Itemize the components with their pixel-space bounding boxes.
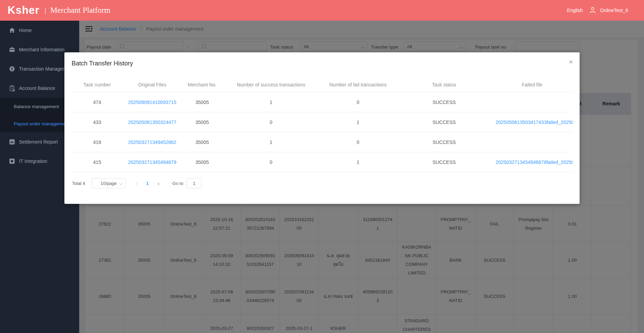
sidebar-item-label: Home (19, 28, 32, 33)
prev-page-button[interactable]: ‹ (135, 180, 137, 186)
page-size-select[interactable]: 10/page (91, 178, 126, 188)
merchant-no: 35005 (181, 112, 223, 132)
batch-transfer-table: Task numberOriginal FilesMerchant No.Num… (71, 77, 573, 172)
fail-count: 1 (319, 112, 397, 132)
person-icon (589, 6, 596, 15)
batch-table-header-cell: Task status (397, 77, 491, 92)
task-status: SUCCESS (397, 112, 491, 132)
goto-label: Go to (173, 181, 184, 186)
original-file-link[interactable]: 202503271349452862 (123, 132, 181, 152)
batch-table-row: 4162025032713494528623500510SUCCESS (71, 132, 573, 152)
sidebar-item-label: Account Balance (19, 85, 55, 91)
batch-table-header-cell: Number of fail transactions (319, 77, 397, 92)
original-file-link[interactable]: 202505061350324477 (123, 112, 181, 132)
batch-table-header-cell: Number of success transactions (223, 77, 319, 92)
batch-table-header-cell: Merchant No. (181, 77, 223, 92)
fail-count: 0 (319, 132, 397, 152)
pagination: Total 4 10/page ‹ 1 › Go to 1 (72, 177, 202, 189)
pagination-total: Total 4 (72, 181, 85, 186)
product-name: Merchant Platform (50, 6, 110, 15)
batch-table-header-cell: Original Files (123, 77, 181, 92)
batch-table-header-cell: Failed file (491, 77, 573, 92)
language-switcher[interactable]: English (567, 8, 583, 13)
report-icon (9, 139, 15, 145)
success-count: 1 (223, 132, 319, 152)
batch-table-row: 4742025090914100937153500510SUCCESS (71, 92, 573, 112)
fail-count: 0 (319, 92, 397, 112)
merchant-no: 35005 (181, 152, 223, 172)
dialog-title: Batch Transfer History (72, 60, 133, 67)
top-header: Ksher | Merchant Platform English Online… (0, 0, 644, 21)
svg-text:¥: ¥ (11, 86, 13, 90)
task-number: 474 (71, 92, 123, 112)
task-status: SUCCESS (397, 92, 491, 112)
page-size-value: 10/page (101, 181, 117, 186)
user-menu[interactable]: OnlineTest_6 (589, 6, 628, 15)
success-count: 0 (223, 152, 319, 172)
merchant-no: 35005 (181, 92, 223, 112)
chevron-down-icon (119, 181, 123, 186)
sidebar-item-label: IT Integration (19, 158, 47, 164)
task-number: 416 (71, 132, 123, 152)
success-count: 1 (223, 92, 319, 112)
batch-table-header-row: Task numberOriginal FilesMerchant No.Num… (71, 77, 573, 92)
integration-icon (9, 158, 15, 165)
task-status: SUCCESS (397, 152, 491, 172)
next-page-button[interactable]: › (158, 180, 159, 186)
goto-page-input[interactable]: 1 (186, 178, 202, 188)
username: OnlineTest_6 (600, 8, 628, 13)
sidebar-item-label: Settlement Report (19, 139, 58, 145)
task-number: 415 (71, 152, 123, 172)
sidebar-item-label: Merchant Information (19, 47, 64, 52)
fail-count: 1 (319, 152, 397, 172)
sidebar-subitem-label: Balance management (14, 104, 59, 109)
success-count: 0 (223, 112, 319, 132)
ksher-logo: Ksher (8, 4, 40, 17)
original-file-link[interactable]: 202509091410093715 (123, 92, 181, 112)
batch-transfer-history-dialog: Batch Transfer History × Task numberOrig… (64, 52, 580, 204)
merchant-no: 35005 (181, 132, 223, 152)
failed-file-link (491, 132, 573, 152)
batch-table-row: 4152025032713454846793500501SUCCESS20250… (71, 152, 573, 172)
task-status: SUCCESS (397, 132, 491, 152)
failed-file-link (491, 92, 573, 112)
home-icon (9, 27, 15, 34)
sidebar-subitem-label: Payout order management (14, 121, 69, 126)
failed-file-link[interactable]: 2025050613503417433failed_2025050 (491, 112, 573, 132)
original-file-link[interactable]: 202503271345484679 (123, 152, 181, 172)
app-window: Ksher | Merchant Platform English Online… (0, 0, 644, 333)
balance-icon: ¥ (9, 85, 15, 92)
sidebar-item-home[interactable]: Home (0, 21, 79, 40)
transaction-icon: S (9, 66, 15, 72)
failed-file-link[interactable]: 2025032713454946678failed_2025032 (491, 152, 573, 172)
page-number-1[interactable]: 1 (146, 181, 148, 186)
logo-divider: | (44, 7, 46, 14)
svg-text:S: S (11, 67, 13, 71)
batch-table-header-cell: Task number (71, 77, 123, 92)
merchant-icon (9, 46, 15, 53)
batch-table-row: 4332025050613503244773500501SUCCESS20250… (71, 112, 573, 132)
close-icon[interactable]: × (569, 59, 573, 65)
task-number: 433 (71, 112, 123, 132)
